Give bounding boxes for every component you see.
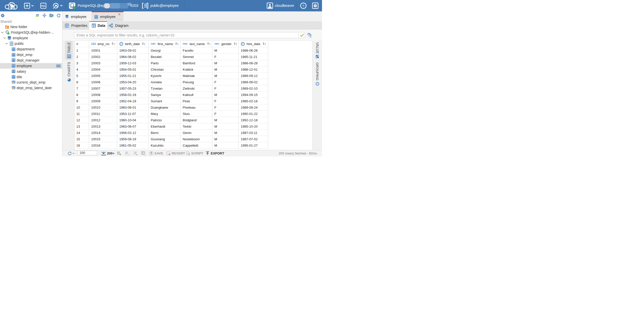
svg-text:SQL: SQL <box>41 5 46 7</box>
svg-text:(+): (+) <box>128 153 130 156</box>
svg-text:?: ? <box>302 4 305 8</box>
